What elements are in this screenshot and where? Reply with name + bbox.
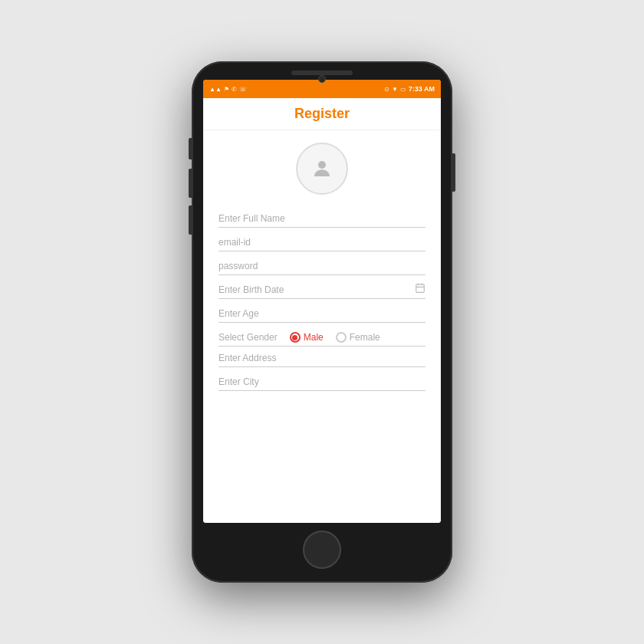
data-icon: ⚑ [224,86,229,93]
password-field [219,255,426,275]
email-input[interactable] [219,231,426,251]
power-button[interactable] [452,153,455,192]
age-input[interactable] [219,302,426,323]
female-label: Female [350,332,380,343]
front-camera [318,75,326,83]
status-right-icons: ⊙ ▼ ▭ 7:33 AM [384,85,435,93]
phone-icon: ☏ [239,86,247,93]
phone-device: ▲▲ ⚑ ✆ ☏ ⊙ ▼ ▭ 7:33 AM Register [192,61,452,583]
gender-male-option[interactable]: Male [290,332,324,343]
wifi-icon: ▼ [392,86,398,93]
volume-up-button[interactable] [189,138,192,159]
address-input[interactable] [219,347,426,367]
age-field [219,302,426,323]
svg-point-0 [318,161,326,169]
password-input[interactable] [219,255,426,275]
form-scroll-area[interactable]: Select Gender Male Female [203,130,441,523]
city-field [219,370,426,391]
gender-label: Select Gender [219,332,278,343]
svg-rect-1 [416,284,425,292]
location-icon: ⊙ [384,86,389,93]
gender-row: Select Gender Male Female [219,326,426,347]
app-title: Register [294,106,350,122]
home-button[interactable] [303,531,341,569]
avatar[interactable] [296,143,348,195]
app-bar: Register [203,98,441,130]
signal-icon: ▲▲ [209,86,222,93]
status-left-icons: ▲▲ ⚑ ✆ ☏ [209,86,247,93]
silent-button[interactable] [189,205,192,235]
birth-date-input[interactable] [219,278,426,299]
male-radio-dot [292,335,297,340]
birth-date-field [219,278,426,299]
gender-female-option[interactable]: Female [336,332,380,343]
clock: 7:33 AM [409,85,435,93]
phone-bottom-bar [198,523,446,573]
full-name-field [219,207,426,228]
phone-screen: ▲▲ ⚑ ✆ ☏ ⊙ ▼ ▭ 7:33 AM Register [203,80,441,523]
male-radio[interactable] [290,332,301,343]
female-radio[interactable] [336,332,347,343]
male-label: Male [304,332,324,343]
call-icon: ✆ [232,86,237,93]
email-field [219,231,426,251]
avatar-section[interactable] [219,143,426,195]
calendar-icon [415,282,426,295]
address-field [219,347,426,367]
volume-down-button[interactable] [189,169,192,198]
full-name-input[interactable] [219,207,426,228]
battery-icon: ▭ [400,86,406,93]
city-input[interactable] [219,370,426,391]
